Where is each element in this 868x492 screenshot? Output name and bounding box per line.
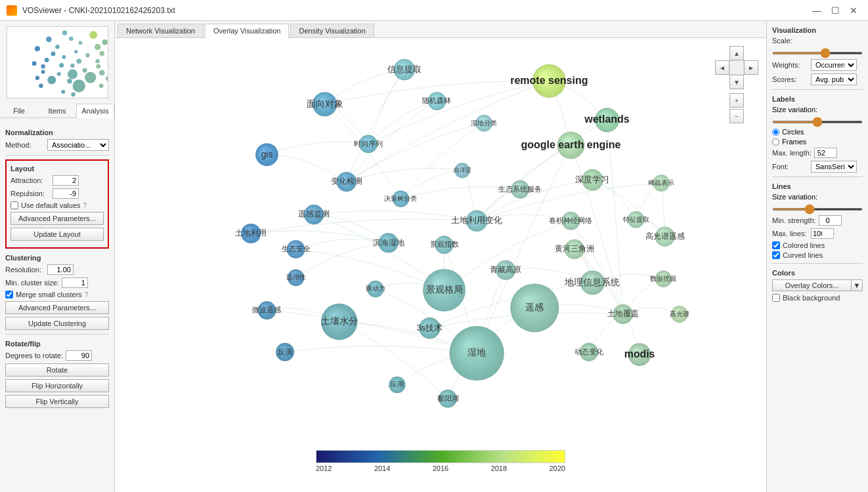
weights-select[interactable]: Occurren... (811, 59, 857, 71)
min-strength-row: Min. strength: (772, 215, 863, 226)
nav-left-button[interactable]: ◄ (715, 60, 729, 75)
maximize-button[interactable]: ☐ (827, 4, 843, 17)
repulsion-row: Repulsion: (11, 188, 104, 199)
nav-up-button[interactable]: ▲ (729, 46, 744, 60)
font-row: Font: SansSerif (772, 161, 863, 173)
minimize-button[interactable]: — (809, 4, 825, 17)
lines-size-slider-container (772, 203, 863, 213)
advanced-parameters-cluster-button[interactable]: Advanced Parameters... (5, 301, 109, 314)
colors-section-label: Colors (772, 269, 863, 277)
layout-box: Layout Attraction: Repulsion: Use defaul… (5, 159, 109, 249)
scale-row: Scale: (772, 37, 863, 45)
merge-small-checkbox[interactable] (5, 291, 13, 298)
max-length-input[interactable] (814, 148, 837, 158)
rotate-button[interactable]: Rotate (5, 363, 109, 377)
weights-label: Weights: (772, 61, 808, 69)
overlay-colors-arrow-button[interactable]: ▼ (851, 279, 863, 291)
main-layout: File Items Analysis Normalization Method… (0, 21, 868, 492)
use-default-checkbox[interactable] (11, 201, 18, 209)
window-title: VOSviewer - CNKI-20210102162426203.txt (22, 6, 175, 15)
max-lines-row: Max. lines: (772, 228, 863, 239)
min-cluster-row: Min. cluster size: (5, 277, 109, 288)
min-cluster-label: Min. cluster size: (5, 279, 59, 287)
resolution-row: Resolution: (5, 264, 109, 275)
circles-label: Circles (782, 128, 804, 136)
viz-area: ▲ ◄ ► ▼ + − 2012 20 (115, 38, 766, 492)
circles-radio[interactable] (772, 129, 779, 136)
overlay-colors-button[interactable]: Overlay Colors... (772, 279, 851, 291)
degrees-input[interactable] (66, 350, 92, 361)
app-icon (7, 5, 17, 16)
visualization-section-label: Visualization (772, 26, 863, 34)
tab-analysis[interactable]: Analysis (76, 104, 114, 118)
zoom-out-button[interactable]: − (729, 109, 744, 123)
frames-radio[interactable] (772, 138, 779, 146)
color-bar (316, 450, 565, 463)
curved-lines-row: Curved lines (772, 251, 863, 259)
overlay-colors-btn-container: Overlay Colors... ▼ (772, 279, 863, 291)
lines-section-label: Lines (772, 182, 863, 190)
update-clustering-button[interactable]: Update Clustering (5, 317, 109, 330)
clustering-label: Clustering (5, 254, 109, 262)
attraction-row: Attraction: (11, 175, 104, 186)
method-label: Method: (5, 141, 45, 149)
black-background-checkbox[interactable] (772, 294, 780, 302)
color-label-2016: 2016 (433, 464, 448, 472)
colored-lines-checkbox[interactable] (772, 241, 780, 249)
center-panel: Network Visualization Overlay Visualizat… (115, 21, 766, 492)
repulsion-input[interactable] (53, 188, 79, 199)
title-bar: VOSviewer - CNKI-20210102162426203.txt —… (0, 0, 868, 21)
colored-lines-row: Colored lines (772, 241, 863, 249)
tab-density-visualization[interactable]: Density Visualization (290, 24, 374, 37)
scores-row: Scores: Avg. pub... (772, 73, 863, 85)
zoom-in-button[interactable]: + (729, 93, 744, 108)
repulsion-label: Repulsion: (11, 190, 50, 197)
nav-right-button[interactable]: ► (744, 60, 758, 75)
scale-slider[interactable] (772, 52, 863, 54)
color-label-2018: 2018 (491, 464, 507, 472)
font-select[interactable]: SansSerif (811, 161, 857, 173)
close-button[interactable]: ✕ (846, 4, 861, 17)
tab-file[interactable]: File (0, 104, 38, 117)
method-select[interactable]: Associatio... (47, 139, 109, 151)
layout-label: Layout (11, 165, 104, 173)
nav-zoom: + − (729, 93, 744, 123)
max-lines-input[interactable] (811, 228, 834, 239)
lines-size-label-row: Size variation: (772, 193, 863, 201)
curved-lines-checkbox[interactable] (772, 251, 780, 259)
scores-select[interactable]: Avg. pub... (811, 73, 857, 85)
tab-network-visualization[interactable]: Network Visualization (118, 24, 204, 37)
curved-lines-label: Curved lines (783, 251, 823, 259)
font-label: Font: (772, 163, 808, 171)
tab-items[interactable]: Items (38, 104, 76, 117)
color-bar-container: 2012 2014 2016 2018 2020 (316, 450, 565, 472)
use-default-label: Use default values (21, 201, 81, 209)
max-length-row: Max. length: (772, 148, 863, 158)
flip-horizontally-button[interactable]: Flip Horizontally (5, 379, 109, 392)
attraction-label: Attraction: (11, 176, 50, 184)
lines-size-slider[interactable] (772, 208, 863, 211)
resolution-input[interactable] (47, 264, 74, 275)
max-length-label: Max. length: (772, 149, 812, 157)
lines-size-label: Size variation: (772, 193, 817, 201)
left-panel: File Items Analysis Normalization Method… (0, 21, 115, 492)
update-layout-button[interactable]: Update Layout (11, 228, 104, 241)
flip-vertically-button[interactable]: Flip Vertically (5, 395, 109, 408)
max-lines-label: Max. lines: (772, 230, 808, 237)
tab-overlay-visualization[interactable]: Overlay Visualization (205, 24, 290, 38)
method-row: Method: Associatio... (5, 139, 109, 151)
attraction-input[interactable] (53, 175, 79, 186)
rotate-flip-label: Rotate/flip (5, 340, 109, 348)
nav-down-button[interactable]: ▼ (729, 75, 744, 89)
black-background-row: Black background (772, 294, 863, 302)
advanced-parameters-layout-button[interactable]: Advanced Parameters... (11, 212, 104, 225)
circles-radio-row: Circles (772, 128, 863, 136)
left-tabs: File Items Analysis (0, 104, 114, 118)
min-strength-input[interactable] (819, 215, 842, 226)
right-panel: Visualization Scale: Weights: Occurren..… (766, 21, 868, 492)
min-cluster-input[interactable] (62, 277, 88, 288)
nav-cross: ▲ ◄ ► ▼ (715, 46, 758, 89)
viz-tabs: Network Visualization Overlay Visualizat… (115, 21, 766, 38)
thumbnail (7, 26, 108, 98)
label-size-slider[interactable] (772, 121, 863, 123)
